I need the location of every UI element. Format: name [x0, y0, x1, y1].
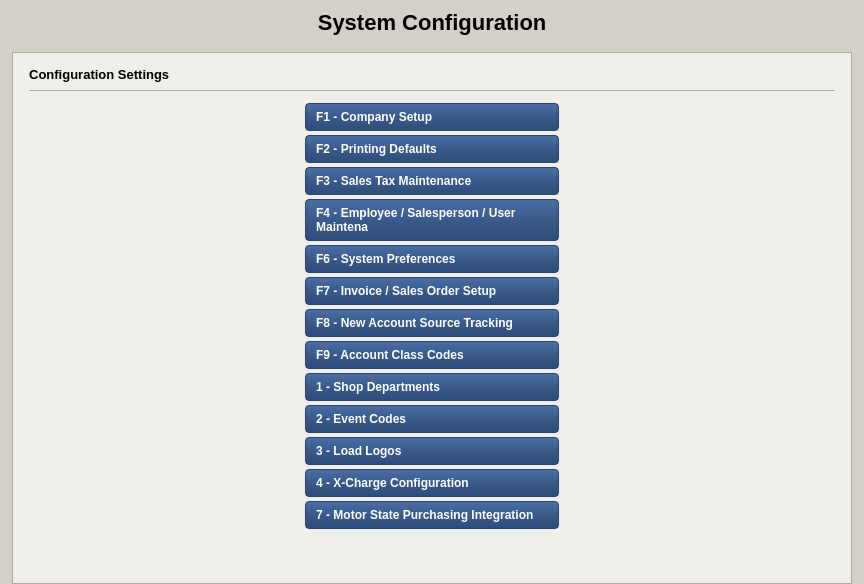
- config-button-1[interactable]: 1 - Shop Departments: [305, 373, 559, 401]
- content-area: Configuration Settings F1 - Company Setu…: [12, 52, 852, 584]
- config-button-3[interactable]: 3 - Load Logos: [305, 437, 559, 465]
- config-button-7[interactable]: 7 - Motor State Purchasing Integration: [305, 501, 559, 529]
- config-button-f9[interactable]: F9 - Account Class Codes: [305, 341, 559, 369]
- config-button-4[interactable]: 4 - X-Charge Configuration: [305, 469, 559, 497]
- page-title: System Configuration: [318, 10, 547, 36]
- config-button-f7[interactable]: F7 - Invoice / Sales Order Setup: [305, 277, 559, 305]
- config-button-2[interactable]: 2 - Event Codes: [305, 405, 559, 433]
- config-button-f3[interactable]: F3 - Sales Tax Maintenance: [305, 167, 559, 195]
- config-button-f4[interactable]: F4 - Employee / Salesperson / User Maint…: [305, 199, 559, 241]
- buttons-container: F1 - Company SetupF2 - Printing Defaults…: [29, 103, 835, 529]
- section-title: Configuration Settings: [29, 67, 835, 91]
- config-button-f2[interactable]: F2 - Printing Defaults: [305, 135, 559, 163]
- config-button-f6[interactable]: F6 - System Preferences: [305, 245, 559, 273]
- config-button-f1[interactable]: F1 - Company Setup: [305, 103, 559, 131]
- page-container: System Configuration Configuration Setti…: [0, 0, 864, 584]
- config-button-f8[interactable]: F8 - New Account Source Tracking: [305, 309, 559, 337]
